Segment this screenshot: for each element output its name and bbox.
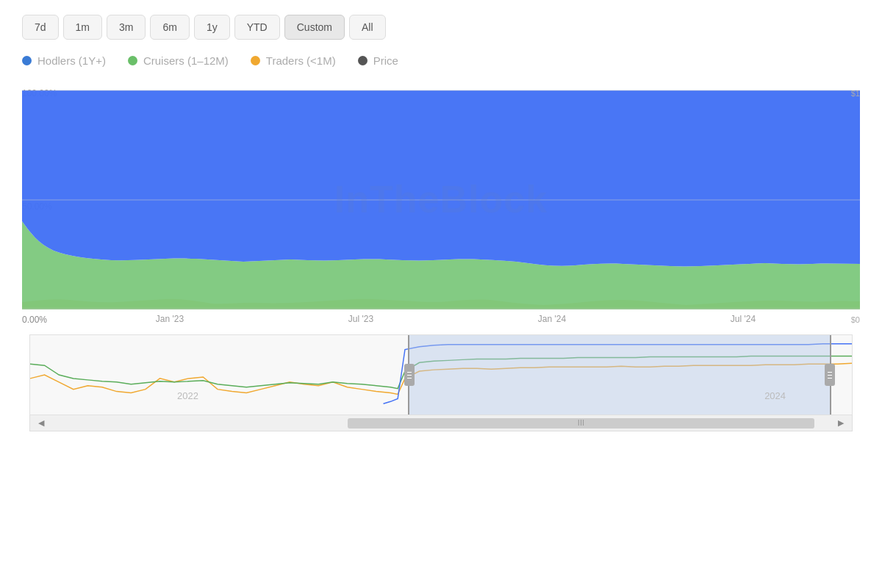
time-range-buttons: 7d1m3m6m1yYTDCustomAll	[22, 15, 860, 40]
time-btn-1y[interactable]: 1y	[194, 15, 230, 40]
time-btn-7d[interactable]: 7d	[22, 15, 59, 40]
navigator-right-label: 2024	[764, 390, 786, 401]
navigator-right-handle[interactable]	[825, 364, 835, 386]
legend-dot-0	[22, 56, 32, 65]
main-container: 7d1m3m6m1yYTDCustomAll Hodlers (1Y+)Crui…	[0, 0, 882, 439]
price-axis: $1 $0	[839, 89, 860, 324]
main-chart-wrapper: 100.00% 50.00% 0.00%	[22, 89, 860, 324]
navigator-left-label: 2022	[177, 390, 198, 401]
time-btn-1m[interactable]: 1m	[63, 15, 102, 40]
legend-label-0: Hodlers (1Y+)	[37, 54, 106, 67]
y-label-bot: 0.00%	[22, 315, 70, 324]
scroll-right-button[interactable]: ▶	[830, 415, 852, 431]
scroll-left-button[interactable]: ◀	[30, 415, 52, 431]
navigator-left-handle[interactable]	[404, 364, 415, 386]
legend-item-1: Cruisers (1–12M)	[128, 54, 229, 67]
x-label-1: Jul '23	[348, 314, 373, 324]
time-btn-all[interactable]: All	[349, 15, 386, 40]
chart-legend: Hodlers (1Y+)Cruisers (1–12M)Traders (<1…	[22, 54, 860, 67]
navigator-chart[interactable]: 2024 2022	[29, 334, 853, 415]
time-btn-3m[interactable]: 3m	[107, 15, 146, 40]
legend-label-1: Cruisers (1–12M)	[143, 54, 229, 67]
legend-item-2: Traders (<1M)	[251, 54, 336, 67]
price-label-bot: $0	[839, 315, 860, 324]
legend-dot-1	[128, 56, 137, 65]
scroll-thumb[interactable]: III	[348, 418, 814, 429]
x-label-0: Jan '23	[156, 314, 184, 324]
main-chart-svg	[22, 89, 860, 309]
navigator-wrapper: 2024 2022 ◀ III ▶	[29, 334, 853, 431]
legend-dot-2	[251, 56, 260, 65]
legend-dot-3	[358, 56, 368, 65]
x-label-3: Jul '24	[731, 314, 756, 324]
navigator-selection[interactable]: 2024	[408, 335, 831, 415]
time-btn-custom[interactable]: Custom	[284, 15, 345, 40]
x-label-2: Jan '24	[538, 314, 566, 324]
scroll-thumb-label: III	[348, 418, 814, 427]
price-label-top: $1	[839, 89, 860, 98]
scrollbar: ◀ III ▶	[29, 415, 853, 431]
scroll-track[interactable]: III	[52, 415, 830, 431]
legend-item-3: Price	[358, 54, 398, 67]
legend-item-0: Hodlers (1Y+)	[22, 54, 106, 67]
time-btn-ytd[interactable]: YTD	[234, 15, 280, 40]
time-btn-6m[interactable]: 6m	[150, 15, 189, 40]
legend-label-3: Price	[373, 54, 398, 67]
legend-label-2: Traders (<1M)	[266, 54, 336, 67]
x-axis: Jan '23Jul '23Jan '24Jul '24	[74, 309, 838, 324]
